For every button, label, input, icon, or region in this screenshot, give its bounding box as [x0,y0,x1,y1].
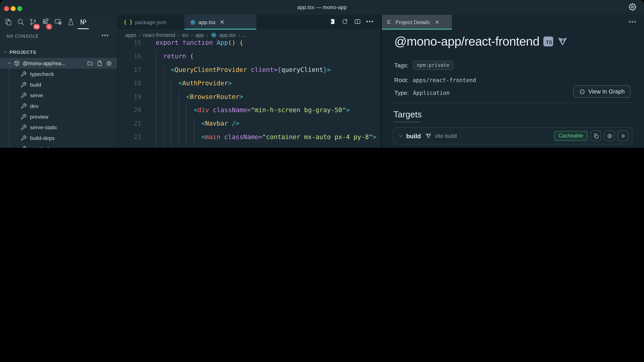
nx-icon[interactable] [78,17,88,27]
breadcrumb-item[interactable]: app.tsx [219,32,236,38]
panel-more-icon[interactable]: ••• [629,18,636,25]
wrench-icon [20,145,27,148]
breadcrumb-item[interactable]: apps [125,32,136,38]
target-badge: Cacheable [554,131,588,141]
tags-label: Tags: [394,62,408,68]
title-bar: app.tsx — mono-app [0,0,644,15]
tree-item-project[interactable]: @mono-app/rea... [0,58,117,68]
copy-icon[interactable] [591,131,602,141]
type-row: Type: Application [394,87,450,98]
tree-item-target-typecheck[interactable]: typecheck [0,68,117,79]
target-icon[interactable] [106,60,112,66]
target-label: build-deps [30,135,55,141]
type-label: Type: [394,89,409,96]
target-name: build [406,132,421,139]
target-label: dev [30,103,38,109]
vite-icon [558,36,568,46]
sidebar-header: NX CONSOLE ••• [0,31,117,42]
targets-heading-underline [394,121,420,122]
typescript-badge: TS [544,36,554,46]
code-line-20: 20 <div className="min-h-screen bg-gray-… [118,104,380,117]
tab-project-details[interactable]: Project Details ✕ [382,15,452,29]
wrench-icon [20,92,27,98]
files-icon[interactable] [3,17,13,27]
run-icon[interactable] [618,131,628,141]
line-number: 22 [118,131,141,144]
sidebar: 32 1 NX CONSOLE ••• PROJECTS @mono-app/r… [0,15,118,148]
graph-eye-icon [579,88,585,95]
breadcrumb-separator: › [139,32,141,38]
code-line-17: 17 <QueryClientProvider client={queryCli… [118,63,380,77]
sidebar-section-projects[interactable]: PROJECTS [0,47,117,57]
divider [393,103,632,103]
panel-tab-bar: Project Details ✕ ••• [382,15,644,30]
tags-row: Tags: npm:private [394,60,454,71]
vscode-window: app.tsx — mono-app [0,0,644,148]
tree-item-target-watch-deps[interactable]: watch-deps [0,143,117,148]
breadcrumb-separator: › [191,32,193,38]
line-number: 19 [118,90,141,104]
project-title-row: @mono-app/react-frontend TS [394,34,568,48]
tree-item-target-dev[interactable]: dev [0,100,117,111]
line-number: 16 [118,50,141,63]
remote-monitor-icon[interactable] [53,17,63,27]
sidebar-more-icon[interactable]: ••• [102,32,109,38]
tree-item-target-build[interactable]: build [0,79,117,90]
screen: app.tsx — mono-app [0,0,644,148]
root-value: apps/react-frontend [412,77,476,83]
code-line-21: 21 <Navbar /> [118,117,380,130]
line-number: 17 [118,63,141,77]
line-number: 21 [118,117,141,130]
breadcrumb[interactable]: apps›react-frontend›src›app›app.tsx›... [118,30,380,40]
target-label: build [30,81,41,88]
vite-icon [424,133,432,139]
target-label: serve-static [30,124,57,130]
type-value: Application [413,89,450,96]
code-line-19: 19 <BrowserRouter> [118,90,380,104]
tree-item-target-build-deps[interactable]: build-deps [0,133,117,143]
target-label: serve [30,92,43,98]
folder-icon[interactable] [87,60,93,66]
line-number: 23 [118,144,141,148]
projects-section-label: PROJECTS [10,50,36,54]
tree-item-target-serve-static[interactable]: serve-static [0,122,117,133]
tree-item-target-preview[interactable]: preview [0,111,117,122]
window-title: app.tsx — mono-app [0,0,644,15]
tag-chip: npm:private [412,61,454,70]
edit-config-icon[interactable] [96,60,103,66]
breadcrumb-separator: › [178,32,180,38]
wrench-icon [20,71,27,77]
root-label: Root: [394,77,408,83]
tab-label: Project Details [396,19,430,25]
wrench-icon [20,81,27,88]
package-icon [14,60,20,66]
search-icon[interactable] [16,17,26,27]
react-icon [211,32,217,38]
breadcrumb-separator: › [206,32,208,38]
wrench-icon [20,103,27,109]
view-in-graph-label: View In Graph [588,88,625,95]
extensions-badge: 1 [46,24,52,29]
project-details-panel: Project Details ✕ ••• @mono-app/react-fr… [381,15,644,148]
line-number: 18 [118,77,141,90]
editor-group: 15export function App() {16 return (17 <… [118,15,380,148]
beaker-icon[interactable] [66,17,76,27]
breadcrumb-item[interactable]: react-frontend [143,32,175,38]
target-card-build[interactable]: buildvite buildCacheable [393,127,632,144]
breadcrumb-item[interactable]: app [196,32,204,38]
view-in-graph-button[interactable]: View In Graph [573,85,630,97]
code-line-23: 23 <Routes> [118,144,380,148]
breadcrumb-separator: › [238,32,240,38]
project-title: @mono-app/react-frontend [394,34,540,48]
project-name: @mono-app/rea... [23,60,66,66]
chevron-down-icon[interactable] [398,133,403,139]
close-panel-tab-icon[interactable]: ✕ [435,19,440,25]
wrench-icon [20,113,27,120]
targets-heading: Targets [394,110,422,119]
list-icon [386,19,392,25]
wrench-icon [20,135,27,141]
gear-icon[interactable] [629,3,636,11]
breadcrumb-item[interactable]: src [182,32,189,38]
inspect-icon[interactable] [604,131,615,141]
tree-item-target-serve[interactable]: serve [0,90,117,100]
